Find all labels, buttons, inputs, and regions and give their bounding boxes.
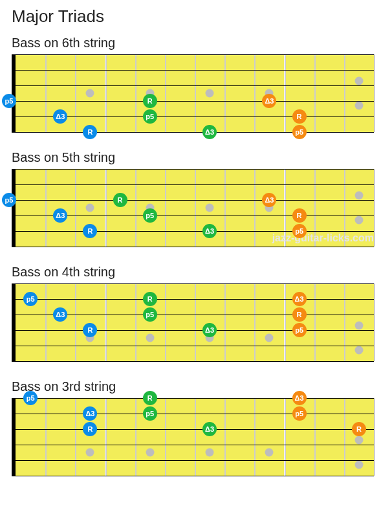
fret-marker-dot — [206, 204, 214, 212]
diagram-section: Bass on 5th stringp5Δ3RRp5Δ3Δ3Rp5jazz-gu… — [12, 150, 380, 247]
fret-marker-dot — [354, 102, 363, 110]
fret-marker-dot — [354, 191, 363, 199]
note-dot: R — [292, 109, 307, 124]
fret-marker-dot — [354, 461, 363, 469]
fret-marker-dot — [206, 449, 214, 457]
fret-marker-dot — [354, 346, 363, 355]
fret-marker-dot — [354, 76, 363, 85]
note-dot: p5 — [143, 406, 157, 421]
fret-marker-dot — [265, 334, 274, 342]
note-dot: p5 — [2, 193, 16, 207]
note-dot: p5 — [292, 406, 307, 421]
note-dot: R — [143, 94, 157, 108]
fret-marker-dot — [206, 89, 214, 98]
note-dot: p5 — [23, 391, 38, 405]
diagram-section: Bass on 3rd stringp5Δ3RRp5Δ3Δ3p5R — [12, 379, 380, 476]
note-dot: R — [143, 391, 157, 405]
note-dot: Δ3 — [53, 307, 67, 322]
note-dot: R — [83, 224, 97, 238]
fretboard: p5Δ3RRp5Δ3Δ3Rp5 — [12, 169, 380, 247]
fret-marker-dot — [354, 436, 363, 444]
diagram-section: Bass on 4th stringp5Δ3RRp5Δ3Δ3Rp5 — [12, 265, 380, 361]
fret-marker-dot — [354, 216, 363, 225]
fret-marker-dot — [146, 334, 154, 342]
note-dot: R — [143, 292, 157, 306]
diagram-title: Bass on 4th string — [12, 265, 380, 280]
note-dot: R — [113, 193, 127, 207]
note-dot: Δ3 — [202, 125, 217, 139]
note-dot: Δ3 — [292, 292, 307, 306]
note-dot: p5 — [143, 109, 157, 124]
note-dot: p5 — [292, 323, 307, 337]
note-dot: p5 — [292, 125, 307, 139]
fret-marker-dot — [86, 89, 94, 98]
fret-marker-dot — [86, 449, 94, 457]
note-dot: R — [83, 125, 97, 139]
note-dot: Δ3 — [202, 224, 217, 238]
fret-marker-dot — [354, 321, 363, 329]
diagram-title: Bass on 3rd string — [12, 379, 380, 394]
note-dot: Δ3 — [262, 94, 276, 108]
note-dot: Δ3 — [262, 193, 276, 207]
diagram-section: Bass on 6th stringp5Δ3RRp5Δ3Δ3Rp5 — [12, 36, 380, 132]
note-dot: Δ3 — [202, 422, 217, 436]
fret-marker-dot — [265, 449, 274, 457]
note-dot: p5 — [143, 307, 157, 322]
fret-marker-dot — [86, 204, 94, 212]
note-dot: R — [292, 307, 307, 322]
note-dot: Δ3 — [83, 406, 97, 421]
note-dot: R — [352, 422, 366, 436]
fretboard: p5Δ3RRp5Δ3Δ3Rp5 — [12, 54, 380, 132]
note-dot: R — [292, 208, 307, 223]
note-dot: Δ3 — [292, 391, 307, 405]
note-dot: p5 — [292, 224, 307, 238]
note-dot: Δ3 — [53, 208, 67, 223]
note-dot: R — [83, 323, 97, 337]
fret-marker-dot — [146, 449, 154, 457]
fretboard: p5Δ3RRp5Δ3Δ3p5R — [12, 398, 380, 476]
note-dot: p5 — [2, 94, 16, 108]
diagram-title: Bass on 5th string — [12, 150, 380, 165]
note-dot: p5 — [143, 208, 157, 223]
diagram-title: Bass on 6th string — [12, 36, 380, 50]
fretboard: p5Δ3RRp5Δ3Δ3Rp5 — [12, 283, 380, 361]
note-dot: R — [83, 422, 97, 436]
diagrams-container: Bass on 6th stringp5Δ3RRp5Δ3Δ3Rp5Bass on… — [12, 36, 380, 476]
page-title: Major Triads — [12, 6, 380, 27]
note-dot: Δ3 — [202, 323, 217, 337]
note-dot: Δ3 — [53, 109, 67, 124]
note-dot: p5 — [23, 292, 38, 306]
